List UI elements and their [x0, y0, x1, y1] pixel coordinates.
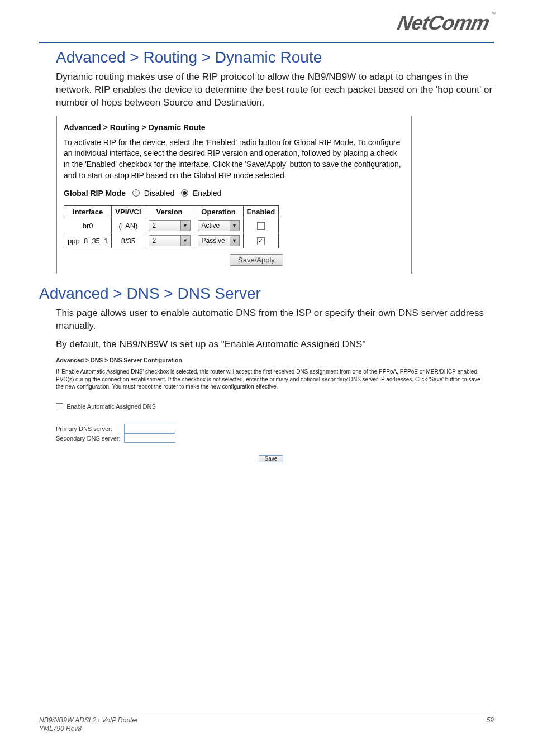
cell-vpivci: (LAN)	[112, 218, 145, 233]
auto-dns-checkbox[interactable]	[56, 403, 63, 410]
version-select-row2[interactable]: 2 ▼	[149, 235, 191, 246]
brand-name: NetComm	[396, 11, 492, 34]
primary-dns-label: Primary DNS server:	[56, 425, 123, 432]
col-enabled: Enabled	[243, 206, 279, 218]
auto-dns-row: Enable Automatic Assigned DNS	[56, 403, 486, 411]
rip-mode-disabled-label: Disabled	[144, 189, 174, 198]
footer-rev: YML790 Rev8	[39, 725, 82, 733]
secondary-dns-row: Secondary DNS server:	[56, 433, 486, 443]
chevron-down-icon: ▼	[180, 236, 190, 246]
col-operation: Operation	[194, 206, 243, 218]
save-button[interactable]: Save	[259, 455, 284, 462]
rip-interface-table: Interface VPI/VCI Version Operation Enab…	[64, 205, 279, 248]
operation-select-row1[interactable]: Active ▼	[198, 220, 240, 231]
section2-heading: Advanced > DNS > DNS Server	[39, 285, 494, 303]
footer-page-number: 59	[487, 716, 494, 734]
footer-product: NB9/NB9W ADSL2+ VoIP Router	[39, 716, 138, 724]
secondary-dns-input[interactable]	[124, 433, 175, 443]
rip-mode-enabled-radio[interactable]	[181, 189, 188, 197]
section2-intro2: By default, the NB9/NB9W is set up as "E…	[56, 338, 494, 351]
table-header-row: Interface VPI/VCI Version Operation Enab…	[64, 206, 279, 218]
cell-vpivci: 8/35	[112, 233, 145, 248]
brand-logo: NetComm™	[396, 11, 497, 35]
enabled-checkbox-row2[interactable]: ✓	[257, 237, 265, 245]
panel1-body: To activate RIP for the device, select t…	[64, 137, 404, 181]
col-vpivci: VPI/VCI	[112, 206, 145, 218]
page-footer: NB9/NB9W ADSL2+ VoIP Router YML790 Rev8 …	[39, 714, 494, 734]
col-interface: Interface	[64, 206, 112, 218]
chevron-down-icon: ▼	[230, 236, 239, 246]
primary-dns-input[interactable]	[124, 424, 175, 433]
section1-heading: Advanced > Routing > Dynamic Route	[56, 49, 494, 66]
version-select-row1[interactable]: 2 ▼	[149, 220, 191, 231]
secondary-dns-label: Secondary DNS server:	[56, 435, 123, 442]
chevron-down-icon: ▼	[230, 221, 239, 231]
table-row: br0 (LAN) 2 ▼ Active ▼	[64, 218, 279, 233]
primary-dns-row: Primary DNS server:	[56, 424, 486, 433]
section1-intro: Dynamic routing makes use of the RIP pro…	[56, 71, 494, 109]
dynamic-route-panel: Advanced > Routing > Dynamic Route To ac…	[56, 116, 412, 274]
dns-server-panel: Advanced > DNS > DNS Server Configuratio…	[56, 357, 486, 463]
save-apply-button[interactable]: Save/Apply	[230, 254, 283, 266]
table-row: ppp_8_35_1 8/35 2 ▼ Passive ▼ ✓	[64, 233, 279, 248]
rip-mode-enabled-label: Enabled	[193, 189, 221, 198]
operation-select-row2[interactable]: Passive ▼	[198, 235, 240, 246]
col-version: Version	[145, 206, 194, 218]
panel1-breadcrumb: Advanced > Routing > Dynamic Route	[64, 123, 404, 132]
global-rip-mode-row: Global RIP Mode Disabled Enabled	[64, 189, 404, 198]
chevron-down-icon: ▼	[180, 221, 190, 231]
enabled-checkbox-row1[interactable]	[257, 222, 265, 230]
header-divider	[39, 42, 494, 43]
panel2-breadcrumb: Advanced > DNS > DNS Server Configuratio…	[56, 357, 486, 363]
section2-intro1: This page allows user to enable automati…	[56, 307, 494, 333]
rip-mode-disabled-radio[interactable]	[132, 189, 140, 197]
cell-interface: br0	[64, 218, 112, 233]
global-rip-mode-label: Global RIP Mode	[64, 189, 126, 198]
auto-dns-label: Enable Automatic Assigned DNS	[66, 403, 156, 410]
cell-interface: ppp_8_35_1	[64, 233, 112, 248]
panel2-body: If 'Enable Automatic Assigned DNS' check…	[56, 368, 486, 391]
trademark-symbol: ™	[490, 11, 496, 17]
